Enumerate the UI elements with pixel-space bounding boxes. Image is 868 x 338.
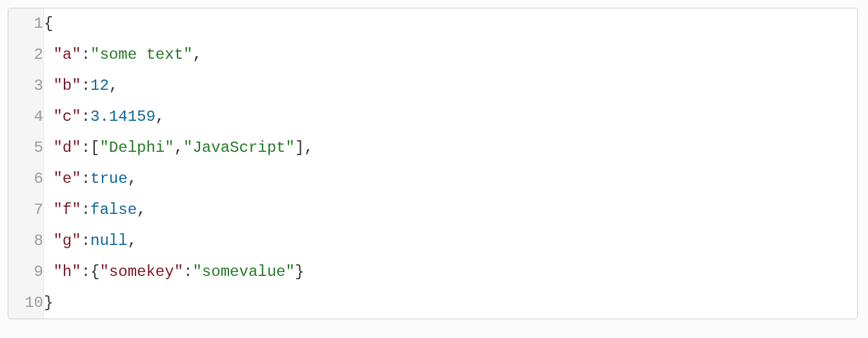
- line-content[interactable]: "f":false,: [44, 195, 858, 226]
- code-table: 1{2 "a":"some text",3 "b":12,4 "c":3.141…: [8, 8, 857, 319]
- code-token: "d": [53, 139, 81, 156]
- line-number: 9: [8, 257, 44, 288]
- line-content[interactable]: {: [44, 8, 858, 39]
- line-number: 5: [8, 132, 44, 164]
- line-content[interactable]: "h":{"somekey":"somevalue"}: [44, 257, 858, 288]
- code-line[interactable]: 10}: [8, 288, 857, 319]
- code-token: [44, 46, 53, 63]
- code-token: 3.14159: [90, 108, 156, 125]
- code-token: [44, 77, 53, 94]
- line-content[interactable]: }: [44, 288, 858, 319]
- code-token: :: [81, 201, 90, 218]
- code-token: {: [90, 263, 99, 280]
- code-token: :: [81, 46, 90, 63]
- code-token: "c": [53, 108, 81, 125]
- code-token: "b": [53, 77, 81, 94]
- code-token: ,: [156, 108, 165, 125]
- code-line[interactable]: 6 "e":true,: [8, 164, 857, 195]
- code-token: "Delphi": [99, 139, 174, 156]
- code-line[interactable]: 3 "b":12,: [8, 70, 857, 101]
- code-token: [44, 201, 53, 218]
- code-token: {: [44, 15, 53, 32]
- line-number: 1: [8, 8, 44, 39]
- code-token: [44, 170, 53, 187]
- line-number: 3: [8, 70, 44, 101]
- code-token: "h": [53, 263, 81, 280]
- code-token: :: [81, 77, 90, 94]
- code-token: true: [90, 170, 128, 187]
- code-token: "a": [53, 46, 81, 63]
- code-line[interactable]: 7 "f":false,: [8, 195, 857, 226]
- code-line[interactable]: 4 "c":3.14159,: [8, 101, 857, 132]
- code-line[interactable]: 1{: [8, 8, 857, 39]
- code-token: }: [44, 294, 53, 312]
- code-token: [44, 232, 53, 249]
- code-line[interactable]: 5 "d":["Delphi","JavaScript"],: [8, 132, 857, 164]
- code-token: "f": [53, 201, 81, 218]
- code-token: "e": [53, 170, 81, 187]
- code-token: "JavaScript": [183, 139, 295, 156]
- line-content[interactable]: "e":true,: [44, 164, 858, 195]
- code-token: ,: [192, 46, 201, 63]
- code-token: [44, 108, 53, 125]
- code-token: ,: [109, 77, 118, 94]
- code-line[interactable]: 9 "h":{"somekey":"somevalue"}: [8, 257, 857, 288]
- line-number: 8: [8, 226, 44, 257]
- line-content[interactable]: "g":null,: [44, 226, 858, 257]
- line-content[interactable]: "d":["Delphi","JavaScript"],: [44, 132, 858, 164]
- code-token: [: [90, 139, 99, 156]
- code-line[interactable]: 2 "a":"some text",: [8, 39, 857, 70]
- code-token: :: [81, 108, 90, 125]
- line-number: 6: [8, 164, 44, 195]
- line-number: 4: [8, 101, 44, 132]
- line-content[interactable]: "b":12,: [44, 70, 858, 101]
- code-token: :: [81, 139, 90, 156]
- code-token: 12: [90, 77, 109, 94]
- line-number: 10: [8, 288, 44, 319]
- code-token: :: [81, 170, 90, 187]
- code-token: [44, 139, 53, 156]
- code-token: false: [90, 201, 137, 218]
- code-token: null: [90, 232, 128, 249]
- code-token: ,: [304, 139, 313, 156]
- code-token: ,: [137, 201, 146, 218]
- code-token: :: [81, 263, 90, 280]
- code-token: ,: [128, 170, 137, 187]
- code-token: "somevalue": [192, 263, 294, 280]
- code-editor[interactable]: 1{2 "a":"some text",3 "b":12,4 "c":3.141…: [8, 8, 858, 319]
- code-token: }: [295, 263, 304, 280]
- code-token: ,: [174, 139, 183, 156]
- code-token: ]: [295, 139, 304, 156]
- code-token: "some text": [90, 46, 192, 63]
- code-token: :: [183, 263, 192, 280]
- code-token: "g": [53, 232, 81, 249]
- line-number: 2: [8, 39, 44, 70]
- code-line[interactable]: 8 "g":null,: [8, 226, 857, 257]
- code-token: "somekey": [99, 263, 183, 280]
- code-token: ,: [128, 232, 137, 249]
- line-number: 7: [8, 195, 44, 226]
- line-content[interactable]: "a":"some text",: [44, 39, 858, 70]
- line-content[interactable]: "c":3.14159,: [44, 101, 858, 132]
- code-token: [44, 263, 53, 280]
- code-token: :: [81, 232, 90, 249]
